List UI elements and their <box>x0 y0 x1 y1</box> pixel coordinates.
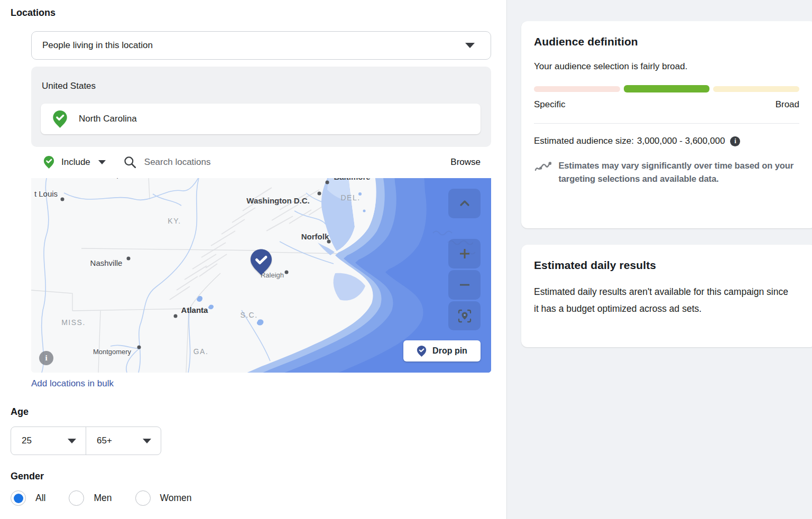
gender-option-label: Women <box>160 493 192 504</box>
age-min-value: 25 <box>22 435 32 446</box>
map-city-dot <box>327 240 331 244</box>
audience-status-text: Your audience selection is fairly broad. <box>534 61 804 72</box>
gender-section-label: Gender <box>11 471 44 482</box>
estimated-daily-results-card: Estimated daily results Estimated daily … <box>521 245 812 347</box>
map-city-label-baltimore: Baltimore <box>334 178 370 181</box>
map-state-label-ga: GA. <box>193 347 209 356</box>
drop-pin-button[interactable]: Drop pin <box>403 340 481 362</box>
selected-region-name: North Carolina <box>79 114 137 124</box>
daily-results-body: Estimated daily results aren't available… <box>534 283 794 318</box>
map-state-label-miss: MISS. <box>61 318 86 327</box>
location-type-select[interactable]: People living in this location <box>31 31 491 60</box>
map-city-label-t-louis: t Louis <box>34 189 58 198</box>
divider <box>534 123 799 124</box>
minus-icon <box>457 277 472 292</box>
gender-option-women[interactable]: Women <box>135 490 192 506</box>
map-city-label-washington-d-c: Washington D.C. <box>246 196 309 205</box>
map-state-label-ky: KY. <box>168 217 181 225</box>
locations-section-label: Locations <box>11 7 56 18</box>
radio-all-selected[interactable] <box>11 490 26 506</box>
country-label: United States <box>42 81 96 91</box>
gauge-broad-label: Broad <box>776 99 799 110</box>
map-attribution-info-button[interactable]: i <box>39 351 53 365</box>
browse-button[interactable]: Browse <box>450 157 481 168</box>
age-max-select[interactable]: 65+ <box>86 427 161 455</box>
age-max-value: 65+ <box>97 435 112 446</box>
map-zoom-in-button[interactable] <box>448 239 481 268</box>
gauge-specific-label: Specific <box>534 99 566 110</box>
insights-sidebar: Audience definition Your audience select… <box>506 0 812 519</box>
plus-icon <box>457 246 472 261</box>
audience-size-value: 3,000,000 - 3,600,000 <box>637 136 725 146</box>
gauge-segment-gauge-pink <box>534 86 620 92</box>
age-min-select[interactable]: 25 <box>11 427 86 455</box>
map-state-label-del: DEL. <box>340 193 360 202</box>
daily-results-title: Estimated daily results <box>534 259 804 272</box>
chevron-up-icon <box>457 196 472 211</box>
drop-pin-label: Drop pin <box>432 346 467 356</box>
include-dropdown[interactable]: Include <box>61 157 90 168</box>
estimate-disclaimer-text: Estimates may vary significantly over ti… <box>558 159 804 186</box>
location-search-bar: Include Browse <box>31 149 491 176</box>
gender-option-label: All <box>35 493 45 504</box>
include-pin-icon <box>43 155 54 169</box>
map-city-dot <box>326 181 329 184</box>
location-map[interactable]: t LouisIndianapolisBaltimoreWashington D… <box>31 178 491 373</box>
chevron-down-icon <box>465 43 475 48</box>
selected-region-pill[interactable]: North Carolina <box>41 104 481 134</box>
targeting-editor-pane: Locations People living in this location… <box>0 0 506 519</box>
map-city-label-montgomery: Montgomery <box>93 348 131 356</box>
map-city-dot <box>285 271 289 274</box>
map-city-dot <box>61 198 64 201</box>
map-drop-pin-tool-button[interactable] <box>448 301 481 330</box>
map-collapse-button[interactable] <box>448 189 481 218</box>
search-locations-input[interactable] <box>144 157 450 168</box>
fluctuating-estimate-icon <box>534 159 551 174</box>
selected-locations-group: United States North Carolina <box>31 67 491 147</box>
audience-definition-card: Audience definition Your audience select… <box>521 21 812 228</box>
info-icon[interactable]: i <box>730 136 740 146</box>
pin-in-frame-icon <box>457 308 473 324</box>
location-type-value: People living in this location <box>42 40 153 51</box>
gender-option-men[interactable]: Men <box>69 490 112 506</box>
gender-radio-group: AllMenWomen <box>11 490 215 506</box>
audience-size-label: Estimated audience size: <box>534 136 634 146</box>
raleigh-map-pin-icon <box>250 248 273 276</box>
chevron-down-icon <box>68 439 76 443</box>
gender-option-all[interactable]: All <box>11 490 45 506</box>
location-pin-check-icon <box>52 110 68 128</box>
audience-gauge <box>534 85 799 92</box>
map-state-label-s-c: S.C. <box>240 311 257 319</box>
drop-pin-icon <box>417 345 427 357</box>
map-city-dot <box>127 257 131 261</box>
search-icon <box>123 155 137 169</box>
add-locations-bulk-link[interactable]: Add locations in bulk <box>31 378 114 389</box>
map-zoom-out-button[interactable] <box>448 270 481 300</box>
chevron-down-icon <box>143 439 151 443</box>
map-city-label-nashville: Nashville <box>90 258 123 267</box>
map-city-dot <box>318 192 321 196</box>
radio-women[interactable] <box>135 490 151 506</box>
radio-men[interactable] <box>69 490 84 506</box>
map-city-dot <box>174 314 178 318</box>
map-city-label-atlanta: Atlanta <box>181 305 208 314</box>
gender-option-label: Men <box>94 493 112 504</box>
map-city-label-indianapolis: Indianapolis <box>93 178 132 179</box>
gauge-segment-gauge-green <box>624 85 710 92</box>
map-city-dot <box>137 346 141 349</box>
audience-definition-title: Audience definition <box>534 35 804 48</box>
age-range-control: 25 65+ <box>11 427 161 455</box>
gauge-segment-gauge-yellow <box>713 86 799 92</box>
chevron-down-icon[interactable] <box>98 160 106 164</box>
age-section-label: Age <box>11 406 29 418</box>
map-city-label-norfolk: Norfolk <box>301 232 329 241</box>
